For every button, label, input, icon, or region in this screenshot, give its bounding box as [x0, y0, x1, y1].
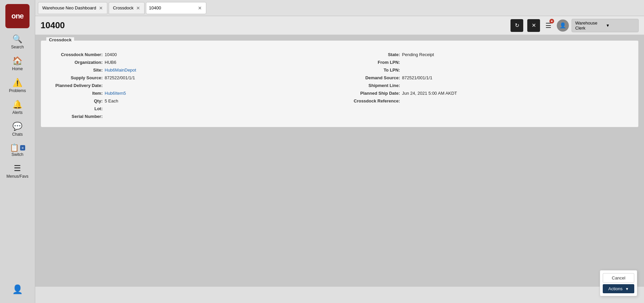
refresh-button[interactable]: ↻ — [511, 19, 523, 32]
tab-label: Warehouse Neo Dashboard — [42, 5, 96, 10]
action-buttons-panel: Cancel Actions ▼ — [600, 270, 637, 296]
field-lot: Lot: — [49, 105, 333, 113]
tab-input-close[interactable]: ✕ — [198, 5, 202, 11]
field-value: 10400 — [105, 52, 117, 57]
chevron-down-icon: ▼ — [606, 23, 635, 28]
tab-label: Crossdock — [113, 5, 133, 10]
user-section: 👤 Warehouse Clerk ▼ — [557, 19, 639, 32]
field-shipment-line: Shipment Line: — [346, 82, 631, 89]
sidebar-item-label: Menus/Favs — [6, 174, 28, 179]
field-organization: Organization: HUB6 — [49, 58, 333, 66]
field-label: Item: — [49, 91, 103, 96]
main-content: Warehouse Neo Dashboard ✕ Crossdock ✕ ✕ … — [35, 0, 644, 303]
field-label: Planned Ship Date: — [346, 91, 400, 96]
field-label: From LPN: — [346, 60, 400, 65]
field-value-link[interactable]: Hub6Item5 — [105, 91, 126, 96]
app-logo[interactable]: one — [5, 4, 30, 28]
menu-button[interactable]: ☰ ★ — [544, 20, 553, 31]
field-label: Shipment Line: — [346, 83, 400, 88]
cancel-button[interactable]: Cancel — [603, 273, 634, 283]
field-label: Supply Source: — [49, 75, 103, 80]
tab-close-crossdock[interactable]: ✕ — [136, 6, 140, 10]
field-label: Qty: — [49, 98, 103, 103]
sidebar-item-label: Switch — [11, 152, 23, 157]
user-icon: 👤 — [12, 284, 23, 295]
field-label: To LPN: — [346, 68, 400, 73]
field-label: Crossdock Number: — [49, 52, 103, 57]
sidebar: one 🔍 Search 🏠 Home ⚠️ Problems 🔔 Alerts… — [0, 0, 35, 303]
tab-warehouse-neo[interactable]: Warehouse Neo Dashboard ✕ — [38, 2, 107, 14]
search-icon: 🔍 — [12, 34, 22, 44]
sidebar-item-label: Chats — [12, 132, 22, 137]
close-button[interactable]: ✕ — [527, 19, 540, 32]
tab-bar: Warehouse Neo Dashboard ✕ Crossdock ✕ ✕ — [35, 0, 644, 16]
chat-icon: 💬 — [12, 122, 22, 131]
actions-button[interactable]: Actions ▼ — [603, 284, 634, 293]
star-badge: ★ — [549, 19, 554, 24]
field-crossdock-number: Crossdock Number: 10400 — [49, 51, 333, 58]
sidebar-item-label: Search — [11, 45, 24, 49]
avatar: 👤 — [557, 19, 569, 32]
tab-close-warehouse-neo[interactable]: ✕ — [99, 6, 103, 10]
field-value: 872522/001/1/1 — [105, 75, 135, 80]
field-qty: Qty: 5 Each — [49, 97, 333, 105]
chevron-down-icon: ▼ — [625, 287, 629, 291]
sidebar-item-alerts[interactable]: 🔔 Alerts — [0, 96, 35, 118]
field-value: HUB6 — [105, 60, 116, 65]
field-serial-number: Serial Number: — [49, 113, 333, 120]
field-state: State: Pending Receipt — [346, 51, 631, 58]
header-bar: 10400 ↻ ✕ ☰ ★ 👤 Warehouse Clerk ▼ — [35, 16, 644, 35]
field-label: Site: — [49, 68, 103, 73]
field-from-lpn: From LPN: — [346, 58, 631, 66]
field-supply-source: Supply Source: 872522/001/1/1 — [49, 74, 333, 82]
refresh-icon: ↻ — [515, 22, 519, 29]
sidebar-item-switch[interactable]: 📋 ≡ Switch — [0, 140, 35, 160]
sidebar-item-label: Alerts — [12, 110, 23, 115]
bottom-bar — [35, 286, 644, 303]
sidebar-item-user[interactable]: 👤 — [0, 281, 35, 299]
switch-badge: ≡ — [20, 145, 25, 150]
bell-icon: 🔔 — [12, 100, 22, 109]
crossdock-grid: Crossdock Number: 10400 Organization: HU… — [49, 51, 630, 120]
close-icon: ✕ — [532, 22, 536, 29]
crossdock-fields-left: Crossdock Number: 10400 Organization: HU… — [49, 51, 333, 120]
field-to-lpn: To LPN: — [346, 66, 631, 74]
field-demand-source: Demand Source: 872521/001/1/1 — [346, 74, 631, 82]
sidebar-item-label: Problems — [9, 88, 26, 93]
page-title: 10400 — [41, 20, 506, 31]
crossdock-fields-right: State: Pending Receipt From LPN: To LPN:… — [346, 51, 631, 120]
user-role: Warehouse Clerk — [575, 20, 604, 31]
warning-icon: ⚠️ — [12, 78, 22, 87]
field-value: 5 Each — [105, 98, 118, 103]
sidebar-item-label: Home — [12, 67, 23, 71]
field-label: State: — [346, 52, 400, 57]
sidebar-item-chats[interactable]: 💬 Chats — [0, 118, 35, 140]
sidebar-item-search[interactable]: 🔍 Search — [0, 31, 35, 53]
field-label: Lot: — [49, 106, 103, 111]
page-content: Crossdock Crossdock Number: 10400 Organi… — [35, 35, 644, 286]
menu-icon: ☰ — [14, 164, 21, 173]
field-site: Site: Hub6MainDepot — [49, 66, 333, 74]
home-icon: 🏠 — [12, 56, 22, 66]
field-crossdock-reference: Crossdock Reference: — [346, 97, 631, 105]
sidebar-item-menus[interactable]: ☰ Menus/Favs — [0, 160, 35, 182]
switch-icon: 📋 — [10, 143, 19, 152]
field-value: Pending Receipt — [402, 52, 434, 57]
sidebar-item-problems[interactable]: ⚠️ Problems — [0, 75, 35, 96]
crossdock-card: Crossdock Crossdock Number: 10400 Organi… — [41, 40, 639, 127]
field-item: Item: Hub6Item5 — [49, 89, 333, 97]
field-planned-delivery-date: Planned Delivery Date: — [49, 82, 333, 89]
tab-crossdock[interactable]: Crossdock ✕ — [109, 2, 145, 14]
field-value-link[interactable]: Hub6MainDepot — [105, 68, 136, 73]
tab-search-input[interactable] — [149, 5, 196, 10]
field-label: Planned Delivery Date: — [49, 83, 103, 88]
tab-current-input[interactable]: ✕ — [146, 2, 206, 14]
sidebar-item-home[interactable]: 🏠 Home — [0, 53, 35, 75]
user-dropdown[interactable]: Warehouse Clerk ▼ — [572, 19, 639, 32]
field-value: Jun 24, 2021 5:00 AM AKDT — [402, 91, 457, 96]
actions-label: Actions — [608, 286, 623, 291]
field-label: Demand Source: — [346, 75, 400, 80]
field-value: 872521/001/1/1 — [402, 75, 432, 80]
crossdock-section-label: Crossdock — [46, 37, 74, 42]
avatar-icon: 👤 — [559, 22, 566, 29]
